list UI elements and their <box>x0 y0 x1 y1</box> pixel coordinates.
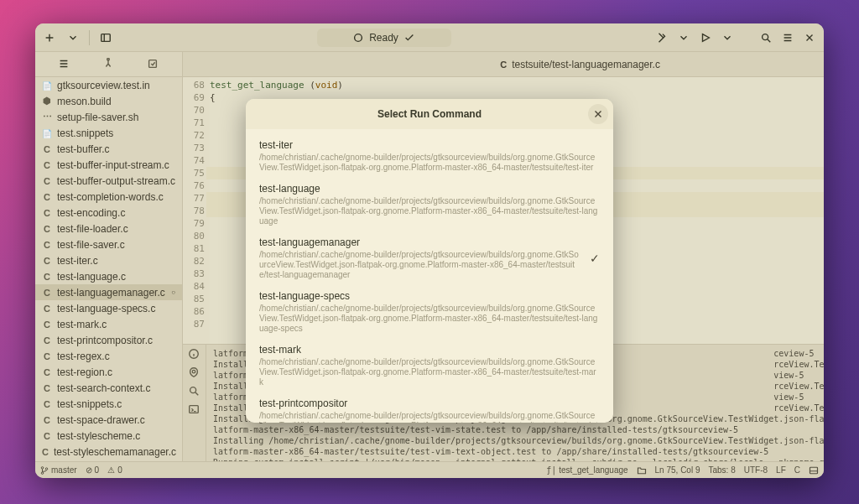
command-title: test-mark <box>259 344 600 356</box>
main-window: Ready gtksourceview.test.inmeson.buildse… <box>35 23 824 478</box>
command-row[interactable]: test-languagemanager/home/christian/.cac… <box>246 231 613 285</box>
run-command-dialog: Select Run Command test-iter/home/christ… <box>246 99 613 423</box>
command-path: /home/christian/.cache/gnome-builder/pro… <box>259 250 581 280</box>
command-path: /home/christian/.cache/gnome-builder/pro… <box>259 304 600 334</box>
command-title: test-language <box>259 183 600 195</box>
command-row[interactable]: test-iter/home/christian/.cache/gnome-bu… <box>246 134 613 178</box>
command-row[interactable]: test-mark/home/christian/.cache/gnome-bu… <box>246 339 613 392</box>
dialog-header: Select Run Command <box>246 99 613 129</box>
command-path: /home/christian/.cache/gnome-builder/pro… <box>259 357 600 387</box>
dialog-close-button[interactable] <box>588 104 608 124</box>
dialog-title: Select Run Command <box>377 108 482 120</box>
command-title: test-printcompositor <box>259 397 600 409</box>
command-row[interactable]: test-language-specs/home/christian/.cach… <box>246 285 613 339</box>
modal-backdrop: Select Run Command test-iter/home/christ… <box>35 23 824 478</box>
command-path: /home/christian/.cache/gnome-builder/pro… <box>259 153 600 173</box>
command-row[interactable]: test-printcompositor/home/christian/.cac… <box>246 392 613 423</box>
command-title: test-language-specs <box>259 290 600 302</box>
command-title: test-languagemanager <box>259 236 581 248</box>
command-path: /home/christian/.cache/gnome-builder/pro… <box>259 411 600 423</box>
command-path: /home/christian/.cache/gnome-builder/pro… <box>259 196 600 226</box>
command-title: test-iter <box>259 139 600 151</box>
command-list[interactable]: test-iter/home/christian/.cache/gnome-bu… <box>246 129 613 423</box>
command-row[interactable]: test-language/home/christian/.cache/gnom… <box>246 178 613 231</box>
selected-check-icon: ✓ <box>581 252 600 265</box>
